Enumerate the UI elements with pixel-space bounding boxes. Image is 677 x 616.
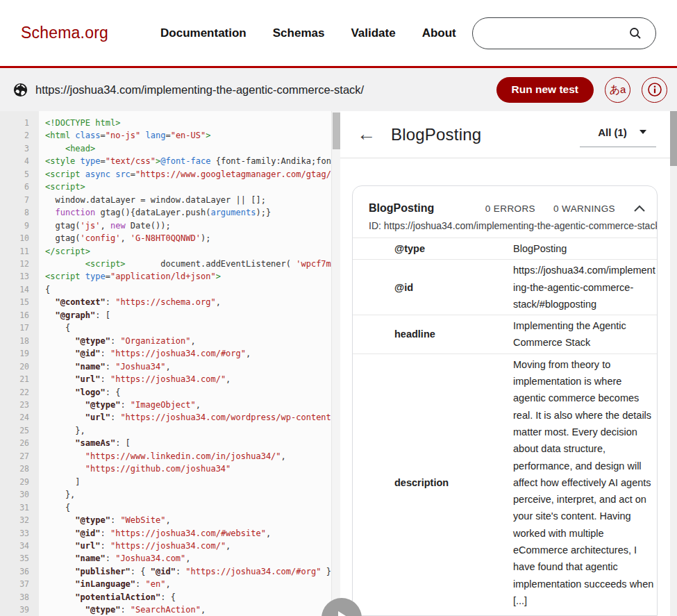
line-number: 19: [0, 347, 29, 360]
code-line: "@type": "SearchAction",: [45, 603, 331, 616]
tested-url: https://joshua34.com/implementing-the-ag…: [35, 83, 364, 97]
info-button[interactable]: [642, 77, 667, 103]
line-number: 34: [0, 540, 29, 552]
code-line: "url": "https://joshua34.com/wordpress/w…: [45, 411, 331, 424]
code-line: <script async src="https://www.googletag…: [45, 168, 331, 181]
site-header: Schema.org Documentation Schemas Validat…: [0, 0, 677, 68]
code-line: "@graph": [: [45, 309, 331, 322]
property-value: BlogPosting: [513, 238, 657, 259]
code-line: <html class="no-js" lang="en-US">: [45, 129, 331, 142]
line-number: 29: [0, 476, 29, 488]
code-line: gtag('config', 'G-N8HT0QQNWD');: [45, 232, 331, 244]
line-number: 13: [0, 270, 29, 283]
main-nav: Documentation Schemas Validate About: [160, 26, 456, 40]
line-number: 38: [0, 591, 29, 603]
line-number: 36: [0, 565, 29, 578]
line-number: 32: [0, 514, 29, 526]
search-box: [472, 17, 656, 49]
search-icon[interactable]: [629, 27, 642, 40]
code-line: function gtag(){dataLayer.push(arguments…: [45, 206, 331, 219]
code-line: "@id": "https://joshua34.com/#org",: [45, 347, 331, 360]
result-card: BlogPosting 0 ERRORS 0 WARNINGS ID: http…: [352, 185, 658, 616]
line-number: 31: [0, 501, 29, 514]
code-line: <head>: [45, 142, 331, 155]
line-number: 5: [0, 168, 29, 181]
code-line: {: [45, 322, 331, 334]
property-value: https://joshua34.com/implementing-the-ag…: [513, 260, 657, 315]
collapse-card-button[interactable]: [633, 205, 646, 213]
code-line: "name": "Joshua34.com",: [45, 552, 331, 565]
play-arrow-icon: [338, 611, 349, 616]
result-card-header: BlogPosting 0 ERRORS 0 WARNINGS: [353, 186, 657, 219]
results-pane-scrollbar[interactable]: [670, 111, 677, 616]
line-number: 11: [0, 245, 29, 258]
line-number: 17: [0, 322, 29, 334]
schema-org-logo[interactable]: Schema.org: [21, 24, 108, 42]
filter-selected-value: All (1): [598, 126, 627, 138]
code-line: },: [45, 424, 331, 437]
nav-schemas[interactable]: Schemas: [273, 26, 325, 40]
code-line: gtag('js', new Date());: [45, 219, 331, 232]
code-line: ]: [45, 476, 331, 488]
line-number: 3: [0, 142, 29, 155]
results-scrollbar-thumb[interactable]: [670, 111, 677, 166]
line-number: 22: [0, 386, 29, 399]
line-number: 7: [0, 194, 29, 206]
property-name: @id: [353, 260, 513, 315]
results-filter-dropdown[interactable]: All (1): [580, 122, 656, 147]
code-line: <script type="application/ld+json">: [45, 270, 331, 283]
chevron-down-icon: [640, 130, 646, 134]
results-title: BlogPosting: [391, 125, 481, 144]
nav-validate[interactable]: Validate: [351, 26, 395, 40]
run-new-test-button[interactable]: Run new test: [496, 77, 594, 103]
line-number-gutter: 1234567891011121314151617181920212223242…: [0, 111, 39, 616]
line-number: 4: [0, 155, 29, 167]
globe-icon: [12, 82, 28, 98]
chevron-up-icon: [633, 205, 646, 213]
code-line: "potentialAction": {: [45, 591, 331, 603]
source-code-pane[interactable]: 1234567891011121314151617181920212223242…: [0, 111, 331, 616]
code-line: "@type": "Organization",: [45, 335, 331, 347]
code-line: "inLanguage": "en",: [45, 578, 331, 590]
line-number: 35: [0, 552, 29, 565]
code-line: "@context": "https://schema.org",: [45, 296, 331, 308]
status-group: 0 ERRORS 0 WARNINGS: [485, 203, 646, 214]
nav-documentation[interactable]: Documentation: [160, 26, 246, 40]
line-number: 15: [0, 296, 29, 308]
language-toggle-button[interactable]: あa: [605, 77, 630, 103]
line-number: 39: [0, 603, 29, 616]
code-line: "name": "Joshua34",: [45, 360, 331, 373]
line-number: 6: [0, 181, 29, 193]
code-line: {: [45, 501, 331, 514]
line-number: 27: [0, 450, 29, 463]
property-value: Moving from theory to implementation is …: [513, 354, 657, 611]
code-line: "https://www.linkedin.com/in/joshua34/",: [45, 450, 331, 463]
property-name: headline: [353, 315, 513, 353]
code-content: <!DOCTYPE html><html class="no-js" lang=…: [39, 111, 331, 616]
code-line: "publisher": { "@id": "https://joshua34.…: [45, 565, 331, 578]
code-scrollbar-thumb[interactable]: [333, 113, 340, 149]
line-number: 10: [0, 232, 29, 244]
code-line: "@type": "ImageObject",: [45, 399, 331, 411]
code-line: <script>: [45, 181, 331, 193]
line-number: 8: [0, 206, 29, 219]
warnings-count: 0 WARNINGS: [553, 203, 615, 214]
property-value: Implementing the Agentic Commerce Stack: [513, 315, 657, 353]
property-name: @type: [353, 238, 513, 259]
results-header: ← BlogPosting All (1): [340, 111, 677, 158]
line-number: 33: [0, 527, 29, 540]
line-number: 26: [0, 437, 29, 449]
code-line: "url": "https://joshua34.com/",: [45, 373, 331, 385]
main-split: 1234567891011121314151617181920212223242…: [0, 111, 677, 616]
code-line: <style type="text/css">@font-face {font-…: [45, 155, 331, 167]
nav-about[interactable]: About: [422, 26, 456, 40]
code-pane-scrollbar[interactable]: [331, 111, 340, 616]
line-number: 14: [0, 283, 29, 296]
line-number: 20: [0, 360, 29, 373]
line-number: 18: [0, 335, 29, 347]
search-input[interactable]: [473, 18, 655, 49]
back-arrow-icon[interactable]: ←: [357, 125, 376, 144]
table-row: @id https://joshua34.com/implementing-th…: [353, 259, 657, 315]
line-number: 25: [0, 424, 29, 437]
table-row: headline Implementing the Agentic Commer…: [353, 315, 657, 353]
